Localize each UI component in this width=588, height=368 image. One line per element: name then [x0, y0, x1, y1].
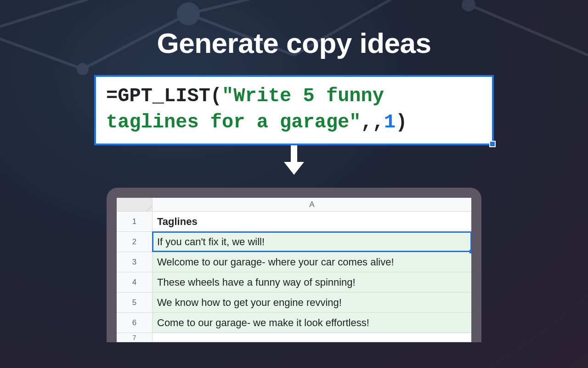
- table-row: 5 We know how to get your engine revving…: [117, 293, 471, 313]
- table-row: 1 Taglines: [117, 212, 471, 232]
- formula-close-paren: ): [396, 111, 407, 133]
- cell-a3[interactable]: Welcome to our garage- where your car co…: [153, 252, 471, 272]
- formula-commas: ,,: [361, 111, 384, 133]
- table-row: 6 Come to our garage- we make it look ef…: [117, 313, 471, 333]
- table-row: 3 Welcome to our garage- where your car …: [117, 252, 471, 272]
- formula-number-arg: 1: [384, 111, 396, 133]
- formula-equals: =: [106, 85, 118, 107]
- cell-text: If you can't fix it, we will!: [157, 236, 265, 248]
- fill-handle-icon[interactable]: [469, 250, 471, 253]
- cell-a2[interactable]: If you can't fix it, we will!: [153, 232, 471, 252]
- row-number[interactable]: 4: [117, 272, 153, 292]
- table-row: 4 These wheels have a funny way of spinn…: [117, 272, 471, 293]
- device-frame: A 1 Taglines 2 If you can't fix it, we w…: [107, 188, 481, 342]
- formula-function-name: GPT_LIST: [118, 85, 210, 107]
- column-header-row: A: [117, 198, 471, 212]
- spreadsheet: A 1 Taglines 2 If you can't fix it, we w…: [117, 198, 471, 342]
- formula-string-line1: Write 5 funny: [233, 85, 384, 107]
- table-row: 7: [117, 333, 471, 342]
- row-number[interactable]: 5: [117, 293, 153, 312]
- row-number[interactable]: 2: [117, 232, 153, 252]
- cell-a5[interactable]: We know how to get your engine revving!: [153, 293, 471, 312]
- cell-a1[interactable]: Taglines: [153, 212, 471, 231]
- select-all-corner[interactable]: [117, 198, 153, 211]
- formula-string-line2: taglines for a garage: [106, 111, 349, 133]
- cell-a6[interactable]: Come to our garage- we make it look effo…: [153, 313, 471, 333]
- arrow-down-icon: [284, 144, 304, 175]
- formula-bar-wrap: =GPT_LIST("Write 5 funnytaglines for a g…: [94, 75, 494, 145]
- formula-string-quote-open: ": [222, 85, 233, 107]
- row-number[interactable]: 3: [117, 252, 153, 272]
- row-number[interactable]: 6: [117, 313, 153, 333]
- cell-a7[interactable]: [153, 333, 471, 342]
- row-number[interactable]: 1: [117, 212, 153, 231]
- row-number[interactable]: 7: [117, 333, 153, 342]
- formula-bar[interactable]: =GPT_LIST("Write 5 funnytaglines for a g…: [94, 75, 494, 145]
- cell-a4[interactable]: These wheels have a funny way of spinnin…: [153, 272, 471, 292]
- column-header-a[interactable]: A: [153, 198, 471, 211]
- formula-open-paren: (: [210, 85, 222, 107]
- formula-string-quote-close: ": [349, 111, 361, 133]
- selection-handle-icon[interactable]: [489, 141, 496, 147]
- page-title: Generate copy ideas: [157, 27, 431, 59]
- table-row: 2 If you can't fix it, we will!: [117, 232, 471, 252]
